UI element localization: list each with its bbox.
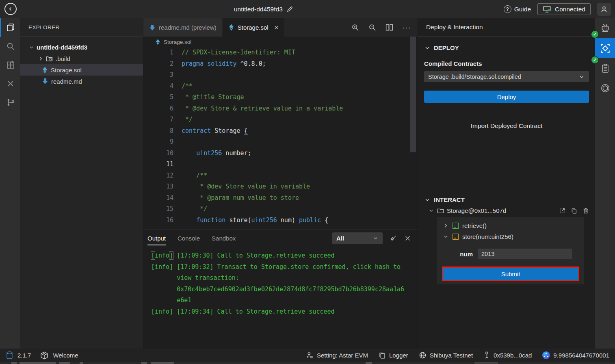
explorer-header: EXPLORER [20, 18, 143, 37]
open-external-icon[interactable] [559, 208, 565, 214]
code-line: 2pragma solidity ^0.8.0; [143, 58, 418, 70]
edit-pencil-icon[interactable] [286, 6, 293, 13]
sidebar-item-extensions[interactable] [0, 56, 20, 74]
copy-icon[interactable] [571, 208, 577, 214]
file-tree: untitled-dd459fd3 .build Storage.sol rea… [20, 37, 143, 87]
interact-section-toggle[interactable]: INTERACT [424, 196, 589, 203]
sidebar-item-search[interactable] [0, 37, 20, 56]
tab-sandbox[interactable]: Sandbox [212, 230, 236, 247]
split-editor-icon[interactable] [385, 23, 394, 32]
editor-area: readme.md (preview) Storage.sol ✕ ··· St… [143, 18, 418, 349]
robot-icon [600, 23, 611, 34]
panel-item-chatgpt[interactable] [595, 78, 615, 98]
method-name: store(num:uint256) [462, 233, 513, 240]
sidebar-item-explorer[interactable] [0, 18, 20, 37]
title-bar: untitled-dd459fd3 ? Guide Connected [0, 0, 615, 18]
tree-root-untitled-dd459fd3[interactable]: untitled-dd459fd3 [20, 41, 143, 53]
panel-title: Deploy & Interaction [418, 18, 595, 37]
extensions-icon [6, 60, 15, 70]
log-line: [info] [17:09:34] Call to Storage.retrie… [151, 306, 418, 318]
monitor-connected-icon [543, 5, 551, 13]
setting-astar-evm[interactable]: Setting: Astar EVM [306, 351, 368, 359]
code-editor[interactable]: 1// SPDX-License-Identifier: MIT2pragma … [143, 47, 418, 230]
more-actions-icon[interactable]: ··· [402, 26, 411, 30]
user-icon [600, 5, 608, 13]
deploy-section: DEPLOY Compiled Contracts Storage .build… [424, 44, 589, 130]
sidebar-item-plugins[interactable] [0, 74, 20, 93]
code-line: 7 */ [143, 114, 418, 126]
check-badge: ✓ [591, 30, 599, 38]
zoom-in-icon[interactable] [351, 23, 359, 32]
method-name: retrieve() [462, 222, 487, 229]
key-pin-icon [483, 351, 490, 359]
indent-guide [175, 92, 175, 226]
activity-bar-right [595, 18, 615, 349]
submit-button[interactable]: Submit [443, 268, 578, 280]
tree-item-readme-md[interactable]: readme.md [20, 76, 143, 87]
network-selector[interactable]: Shibuya Testnet [419, 351, 473, 359]
sidebar-item-source-control[interactable] [0, 93, 20, 112]
git-fork-icon [6, 98, 15, 107]
close-panel-icon[interactable] [404, 235, 411, 242]
wallet-address[interactable]: 0x539b...0cad [483, 351, 532, 359]
log-line: 0x70c4beb7ced6902ad3fbe0262de2874d8fc7f8… [151, 284, 418, 295]
log-filter-select[interactable]: All [332, 232, 383, 244]
editor-scrollbar[interactable] [410, 37, 416, 152]
import-deployed-contract-link[interactable]: Import Deployed Contract [424, 122, 589, 130]
view-method-icon [453, 223, 459, 229]
code-line: 14 * @param num value to store [143, 193, 418, 204]
zoom-out-icon[interactable] [368, 23, 377, 32]
deploy-button[interactable]: Deploy [424, 91, 589, 103]
method-retrieve-row[interactable]: retrieve() [437, 220, 584, 231]
breadcrumb[interactable]: Storage.sol [143, 37, 418, 47]
compiled-contracts-label: Compiled Contracts [424, 60, 589, 67]
check-badge: ✓ [591, 56, 599, 64]
clear-output-icon[interactable] [390, 234, 397, 242]
welcome-button[interactable]: Welcome [53, 352, 78, 359]
root-folder-label: untitled-dd459fd3 [37, 44, 87, 51]
output-panel: Output Console Sandbox All [info] [1 [143, 230, 418, 349]
method-store-row[interactable]: store(num:uint256) [437, 231, 584, 242]
guide-button[interactable]: ? Guide [504, 5, 531, 13]
close-tab-icon[interactable]: ✕ [274, 24, 279, 31]
tab-output[interactable]: Output [147, 230, 166, 247]
code-line: 10 uint256 number; [143, 148, 418, 159]
clipboard-icon [600, 63, 610, 73]
chevron-down-icon [424, 45, 431, 51]
welcome-package-icon [40, 351, 49, 360]
tab-storage-sol[interactable]: Storage.sol ✕ [223, 18, 285, 37]
code-line: 16 function store(uint256 num) public { [143, 215, 418, 226]
section-divider [418, 194, 595, 194]
user-gear-icon [306, 351, 314, 359]
avatar[interactable] [597, 3, 611, 16]
address-label: 0x539b...0cad [494, 352, 532, 359]
solidity-file-icon [155, 39, 160, 45]
compiled-contracts-select[interactable]: Storage .build/Storage.sol.compiled [424, 71, 589, 82]
logger-button[interactable]: Logger [379, 352, 408, 359]
interact-section-label: INTERACT [434, 196, 465, 203]
num-input[interactable] [478, 249, 572, 259]
connected-button[interactable]: Connected [537, 3, 591, 15]
chevron-down-icon [428, 208, 434, 214]
panel-item-deploy-interaction[interactable] [595, 38, 615, 58]
arrow-left-icon [7, 6, 14, 12]
wallet-balance[interactable]: 9.998564047670001 [542, 351, 609, 359]
network-label: Shibuya Testnet [430, 352, 473, 359]
breadcrumb-file: Storage.sol [164, 39, 191, 45]
back-button[interactable] [4, 3, 17, 15]
chainide-window: untitled-dd459fd3 ? Guide Connected [0, 0, 615, 364]
tree-item-build[interactable]: .build [20, 53, 143, 64]
tab-label: readme.md (preview) [159, 24, 217, 31]
markdown-file-icon [42, 78, 48, 84]
deploy-section-toggle[interactable]: DEPLOY [424, 44, 589, 51]
tab-readme-md[interactable]: readme.md (preview) [143, 18, 222, 37]
param-label: num [437, 251, 478, 258]
contract-instance-label: Storage@0x01...507d [447, 207, 506, 214]
version-label[interactable]: 2.1.7 [17, 352, 31, 359]
tab-console[interactable]: Console [178, 230, 200, 247]
trash-icon[interactable] [583, 208, 589, 214]
code-line: 5 * @title Storage [143, 92, 418, 103]
contract-instance-row[interactable]: Storage@0x01...507d [424, 207, 589, 214]
log-line: e6e1 [151, 295, 418, 306]
tree-item-storage-sol[interactable]: Storage.sol [20, 64, 143, 76]
